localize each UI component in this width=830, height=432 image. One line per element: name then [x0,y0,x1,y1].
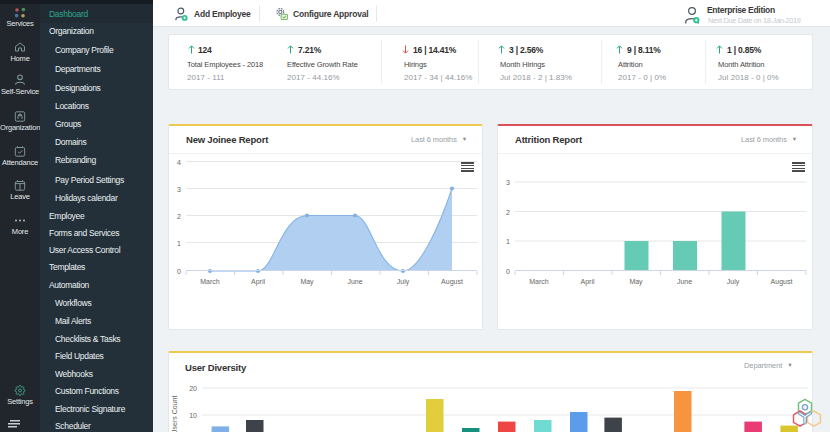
svg-text:Users Count: Users Count [171,395,178,432]
svg-text:August: August [441,278,463,286]
svg-text:June: June [347,278,362,285]
svg-text:May: May [300,278,314,286]
svg-text:April: April [580,278,594,286]
svg-text:2: 2 [177,213,181,220]
svg-text:June: June [677,278,692,285]
svg-text:May: May [629,278,643,286]
svg-text:March: March [200,278,220,285]
svg-text:1: 1 [506,238,510,245]
svg-text:3: 3 [177,186,181,193]
svg-text:July: July [397,278,410,286]
svg-text:2: 2 [506,209,510,216]
svg-text:20: 20 [189,385,197,392]
svg-text:3: 3 [506,179,510,186]
svg-text:1: 1 [177,240,181,247]
svg-text:4: 4 [177,159,181,166]
svg-text:August: August [771,278,793,286]
svg-text:July: July [727,278,740,286]
svg-text:0: 0 [177,268,181,275]
svg-text:March: March [529,278,549,285]
svg-text:10: 10 [189,412,197,419]
svg-text:0: 0 [506,268,510,275]
svg-text:April: April [251,278,265,286]
